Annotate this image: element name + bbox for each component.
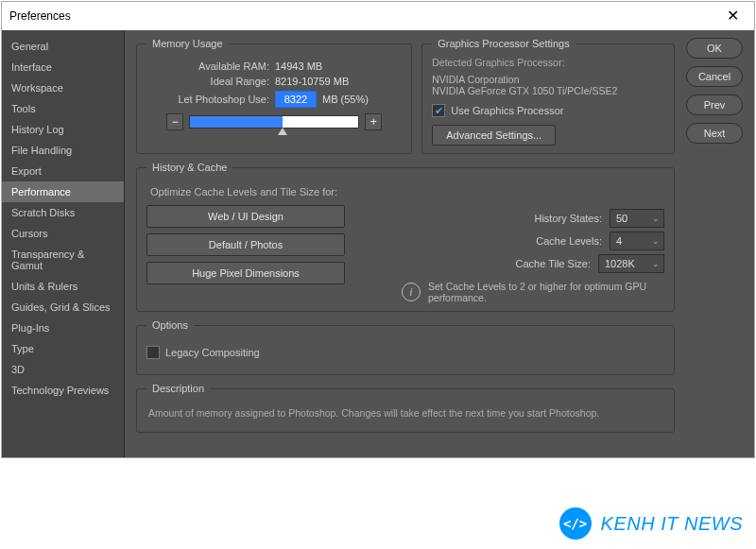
cache-info-text: Set Cache Levels to 2 or higher for opti… (428, 281, 664, 303)
legacy-compositing-label: Legacy Compositing (165, 347, 260, 358)
sidebar-item-file-handling[interactable]: File Handling (2, 140, 124, 161)
prev-button[interactable]: Prev (686, 94, 743, 115)
sidebar-item-cursors[interactable]: Cursors (2, 223, 124, 244)
memory-increase-button[interactable]: + (365, 113, 382, 130)
options-title: Options (146, 319, 194, 331)
memory-slider[interactable] (189, 115, 359, 129)
gpu-settings-group: Graphics Processor Settings Detected Gra… (421, 38, 675, 154)
memory-usage-group: Memory Usage Available RAM: 14943 MB Ide… (136, 38, 412, 154)
watermark-logo-icon: </> (559, 507, 592, 540)
sidebar-item-scratch-disks[interactable]: Scratch Disks (2, 202, 124, 223)
preset-web-ui-design-button[interactable]: Web / UI Design (146, 205, 345, 228)
cache-levels-select[interactable]: 4⌄ (610, 232, 664, 250)
sidebar-item-interface[interactable]: Interface (2, 57, 124, 77)
description-group: Description Amount of memory assigned to… (136, 383, 675, 433)
sidebar-item-general[interactable]: General (2, 36, 124, 57)
preset-default-photos-button[interactable]: Default / Photos (146, 233, 345, 256)
options-group: Options Legacy Compositing (136, 319, 675, 375)
sidebar: GeneralInterfaceWorkspaceToolsHistory Lo… (2, 30, 125, 457)
cache-tile-label: Cache Tile Size: (516, 258, 591, 269)
available-ram-label: Available RAM: (146, 60, 269, 72)
cancel-button[interactable]: Cancel (686, 66, 743, 87)
preferences-window: Preferences ✕ GeneralInterfaceWorkspaceT… (1, 1, 755, 458)
sidebar-item-units-rulers[interactable]: Units & Rulers (2, 276, 124, 297)
memory-decrease-button[interactable]: − (166, 113, 183, 130)
gpu-model: NVIDIA GeForce GTX 1050 Ti/PCIe/SSE2 (432, 85, 664, 96)
ideal-range-label: Ideal Range: (146, 76, 269, 87)
sidebar-item-plug-ins[interactable]: Plug-Ins (2, 317, 124, 338)
sidebar-item-workspace[interactable]: Workspace (2, 77, 124, 98)
available-ram-value: 14943 MB (275, 60, 322, 72)
history-states-label: History States: (534, 213, 602, 224)
ideal-range-value: 8219-10759 MB (275, 76, 349, 87)
info-icon: i (402, 283, 421, 301)
next-button[interactable]: Next (686, 123, 743, 144)
sidebar-item-guides-grid-slices[interactable]: Guides, Grid & Slices (2, 297, 124, 317)
history-cache-title: History & Cache (146, 162, 232, 173)
preset-huge-pixel-dimensions-button[interactable]: Huge Pixel Dimensions (146, 262, 345, 284)
legacy-compositing-checkbox[interactable]: Legacy Compositing (146, 346, 664, 359)
cache-levels-label: Cache Levels: (536, 235, 602, 247)
history-states-select[interactable]: 50⌄ (610, 209, 664, 228)
chevron-down-icon: ⌄ (652, 259, 663, 268)
main-panel: OK Cancel Prev Next Memory Usage Availab… (125, 30, 754, 457)
let-use-input[interactable] (275, 91, 317, 108)
sidebar-item-type[interactable]: Type (2, 338, 124, 359)
description-text: Amount of memory assigned to Photoshop. … (146, 402, 664, 424)
advanced-settings-button[interactable]: Advanced Settings... (432, 125, 556, 146)
window-title: Preferences (9, 9, 71, 23)
history-cache-group: History & Cache Optimize Cache Levels an… (136, 162, 675, 312)
sidebar-item-3d[interactable]: 3D (2, 359, 124, 380)
sidebar-item-transparency-gamut[interactable]: Transparency & Gamut (2, 244, 124, 276)
watermark-text: KENH IT NEWS (601, 513, 743, 535)
sidebar-item-export[interactable]: Export (2, 161, 124, 181)
watermark: </> KENH IT NEWS (559, 507, 743, 540)
memory-usage-title: Memory Usage (146, 38, 229, 49)
window-body: GeneralInterfaceWorkspaceToolsHistory Lo… (2, 30, 754, 457)
gpu-vendor: NVIDIA Corporation (432, 74, 664, 85)
memory-slider-fill (190, 116, 283, 128)
description-title: Description (146, 383, 210, 394)
sidebar-item-technology-previews[interactable]: Technology Previews (2, 380, 124, 401)
chevron-down-icon: ⌄ (652, 214, 663, 223)
plus-icon: + (370, 115, 377, 129)
let-use-label: Let Photoshop Use: (146, 94, 269, 105)
use-gpu-checkbox[interactable]: ✔ Use Graphics Processor (432, 104, 664, 117)
sidebar-item-performance[interactable]: Performance (2, 181, 124, 202)
sidebar-item-history-log[interactable]: History Log (2, 119, 124, 140)
titlebar: Preferences ✕ (2, 2, 754, 30)
memory-slider-thumb[interactable] (278, 128, 287, 135)
ok-button[interactable]: OK (686, 38, 743, 59)
action-buttons: OK Cancel Prev Next (686, 38, 743, 144)
gpu-detected-label: Detected Graphics Processor: (432, 57, 664, 68)
close-icon[interactable]: ✕ (719, 5, 747, 26)
history-cache-subtitle: Optimize Cache Levels and Tile Size for: (150, 186, 664, 197)
gpu-settings-title: Graphics Processor Settings (432, 38, 575, 49)
sidebar-item-tools[interactable]: Tools (2, 98, 124, 119)
cache-tile-select[interactable]: 1028K⌄ (598, 254, 664, 273)
checkbox-icon: ✔ (432, 104, 445, 117)
chevron-down-icon: ⌄ (652, 236, 663, 246)
minus-icon: − (172, 115, 179, 129)
use-gpu-label: Use Graphics Processor (451, 105, 563, 116)
checkbox-icon (146, 346, 160, 359)
let-use-suffix: MB (55%) (322, 94, 369, 105)
cache-preset-buttons: Web / UI DesignDefault / PhotosHuge Pixe… (146, 205, 345, 303)
